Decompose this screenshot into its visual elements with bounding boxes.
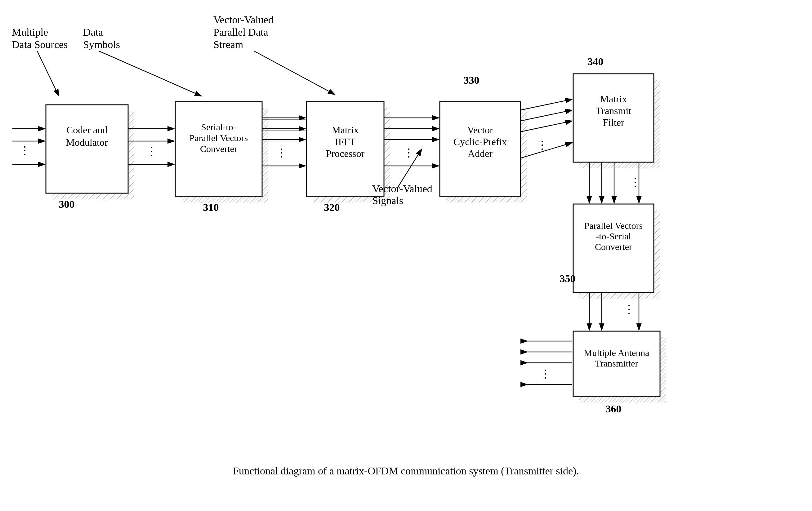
svg-text:Signals: Signals: [372, 195, 403, 206]
svg-text:⋮: ⋮: [146, 145, 157, 157]
svg-text:Converter: Converter: [200, 144, 237, 154]
svg-text:340: 340: [588, 56, 604, 67]
svg-text:Serial-to-: Serial-to-: [201, 122, 236, 132]
svg-text:Modulator: Modulator: [66, 137, 108, 148]
svg-text:Filter: Filter: [603, 117, 625, 128]
svg-text:Adder: Adder: [468, 148, 493, 159]
svg-text:Matrix: Matrix: [331, 124, 358, 136]
svg-text:Parallel Vectors: Parallel Vectors: [190, 133, 248, 143]
svg-text:⋮: ⋮: [536, 139, 548, 151]
svg-text:Parallel Vectors: Parallel Vectors: [584, 220, 643, 231]
diagram-container: Coder and Modulator 300 Serial-to- Paral…: [0, 0, 812, 511]
svg-text:330: 330: [464, 74, 480, 86]
svg-text:Multiple Antenna: Multiple Antenna: [584, 348, 649, 358]
svg-text:Vector-Valued: Vector-Valued: [372, 183, 432, 194]
svg-text:-to-Serial: -to-Serial: [596, 231, 631, 241]
svg-text:310: 310: [203, 202, 219, 213]
svg-text:⋮: ⋮: [403, 147, 414, 159]
svg-line-79: [520, 110, 572, 121]
svg-text:Converter: Converter: [595, 242, 632, 252]
svg-text:Data: Data: [83, 26, 103, 38]
svg-text:Vector-Valued: Vector-Valued: [213, 14, 273, 25]
svg-line-78: [520, 99, 572, 110]
svg-text:⋮: ⋮: [624, 303, 635, 315]
svg-text:Vector: Vector: [467, 124, 493, 136]
svg-line-46: [37, 51, 59, 96]
svg-text:Cyclic-Prefix: Cyclic-Prefix: [454, 136, 507, 147]
svg-text:300: 300: [59, 199, 75, 210]
svg-text:Symbols: Symbols: [83, 39, 120, 50]
svg-line-49: [99, 51, 202, 96]
svg-text:⋮: ⋮: [19, 145, 30, 157]
svg-line-53: [254, 51, 335, 95]
svg-text:IFFT: IFFT: [335, 136, 355, 147]
svg-text:Parallel Data: Parallel Data: [213, 26, 268, 38]
svg-line-80: [520, 121, 572, 132]
svg-rect-5: [46, 105, 128, 193]
svg-text:Data Sources: Data Sources: [12, 39, 68, 50]
svg-text:320: 320: [324, 202, 340, 213]
svg-text:Transmitter: Transmitter: [595, 358, 638, 368]
svg-text:⋮: ⋮: [276, 147, 287, 159]
svg-text:Processor: Processor: [326, 148, 365, 159]
svg-text:360: 360: [606, 403, 621, 415]
svg-text:Transmit: Transmit: [596, 105, 632, 116]
svg-text:Multiple: Multiple: [12, 26, 48, 38]
svg-text:Coder and: Coder and: [66, 124, 107, 136]
svg-text:Matrix: Matrix: [600, 93, 627, 104]
svg-text:⋮: ⋮: [540, 368, 551, 380]
caption-text: Functional diagram of a matrix-OFDM comm…: [233, 465, 579, 477]
svg-text:Stream: Stream: [213, 39, 243, 50]
svg-text:350: 350: [560, 273, 576, 284]
